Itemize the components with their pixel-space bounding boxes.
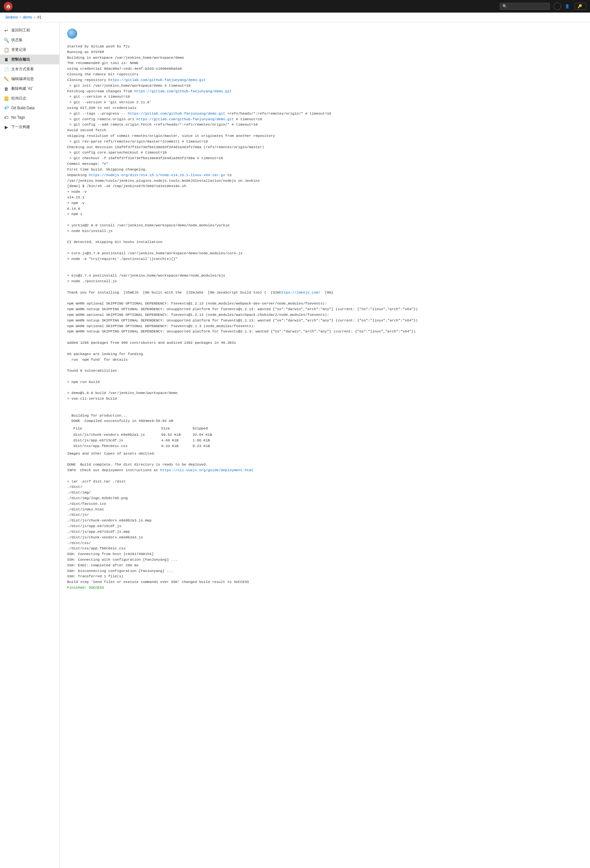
- console-line: Finished: SUCCESS: [67, 585, 583, 590]
- sidebar-item-next-build[interactable]: ▶下一次构建: [0, 122, 59, 132]
- console-line: ./dist/img/logo.82b9c7a5.png: [67, 495, 583, 501]
- console-line: npm WARN optional SKIPPING OPTIONAL DEPE…: [67, 312, 583, 318]
- console-line: The recommended git tool is: NONE: [67, 60, 583, 66]
- console-line: > git --version # timeout=10: [67, 94, 583, 99]
- sidebar-item-edit-build-info[interactable]: ✏️编辑编译信息: [0, 74, 59, 84]
- build-file-table: FileSizeGzippeddist/js/chunk-vendors.e8e…: [74, 426, 583, 449]
- console-line: + npm -v: [67, 200, 583, 206]
- console-line: [67, 245, 583, 251]
- sidebar-label-changes: 变更记录: [11, 47, 26, 52]
- globe-icon: [67, 28, 77, 38]
- file-table-col-header: Gzipped: [193, 426, 224, 431]
- sidebar-item-console[interactable]: 🖥控制台输出: [0, 55, 59, 64]
- sidebar-item-no-tags[interactable]: 🏷No Tags: [0, 113, 59, 122]
- console-line: > git init /var/jenkins_home/workspace/d…: [67, 83, 583, 89]
- file-table-col-header: Size: [161, 426, 193, 431]
- breadcrumb-sep1: ›: [20, 15, 21, 19]
- console-line: npm WARN optional SKIPPING OPTIONAL DEPE…: [67, 301, 583, 306]
- console-line: + npm i: [67, 211, 583, 217]
- console-line: [67, 402, 583, 407]
- login-icon: 🔑: [577, 4, 582, 9]
- sidebar-icon-status: 🔍: [4, 38, 9, 43]
- console-line: [67, 295, 583, 301]
- login-button[interactable]: 🔑: [575, 3, 586, 10]
- console-line: INFO Check out deployment instructions a…: [67, 468, 583, 473]
- console-link[interactable]: https://gitlab.com/github-fanjunyang/dem…: [108, 78, 206, 82]
- file-table-col-header: File: [74, 426, 161, 431]
- console-link[interactable]: https://gitlab.com/github-fanjunyang/dem…: [134, 89, 232, 93]
- console-line: > git rev-parse refs/remotes/origin/mast…: [67, 139, 583, 145]
- console-line: Unpacking https://nodejs.org/dist/v14.15…: [67, 172, 583, 178]
- sidebar-item-status[interactable]: 🔍状态集: [0, 35, 59, 45]
- sidebar-label-delete-build: 删除构建 '#1': [11, 86, 33, 92]
- console-line: using credential 96ac80a7-cedc-4e4f-b2d3…: [67, 66, 583, 72]
- console-line: Building in workspace /var/jenkins_home/…: [67, 55, 583, 61]
- breadcrumb-demo[interactable]: demo: [23, 15, 32, 19]
- sidebar: ↩返回到工程🔍状态集📋变更记录🖥控制台输出📄文本方式查看✏️编辑编译信息🗑删除构…: [0, 22, 60, 868]
- sidebar-item-changes[interactable]: 📋变更记录: [0, 45, 59, 55]
- console-line: [67, 345, 583, 351]
- console-link[interactable]: https://jakejs.com/: [279, 290, 320, 294]
- console-line: Avoid second fetch: [67, 127, 583, 133]
- breadcrumb-sep2: ›: [34, 15, 35, 19]
- console-line: [demo] $ /bin/sh -xe /tmp/jenkins6757889…: [67, 183, 583, 189]
- sidebar-label-back-to-project: 返回到工程: [11, 28, 30, 33]
- console-line: > git config core.sparsecheckout # timeo…: [67, 150, 583, 155]
- sidebar-item-polling-log[interactable]: 📒轮询日志: [0, 93, 59, 103]
- sidebar-item-git-build-data[interactable]: 💎Git Build Data: [0, 103, 59, 113]
- console-line: run `npm fund` for details: [67, 357, 583, 363]
- console-line: [67, 334, 583, 340]
- console-line: > core-js@3.7.0 postinstall /var/jenkins…: [67, 251, 583, 256]
- console-line: SSH: Connecting from host [c92917408154]: [67, 551, 583, 557]
- logo[interactable]: 🏠: [4, 2, 15, 11]
- search-input[interactable]: [509, 4, 540, 9]
- file-table-header: FileSizeGzipped: [74, 426, 583, 431]
- user-menu[interactable]: 👤: [565, 4, 571, 9]
- success-label: Finished: SUCCESS: [67, 586, 104, 589]
- file-table-cell: dist/js/chunk-vendors.e8e0b2a3.js: [74, 432, 161, 438]
- console-line: Cloning repository https://gitlab.com/gi…: [67, 77, 583, 83]
- search-box[interactable]: 🔍: [500, 3, 550, 10]
- console-link[interactable]: https://cli.vuejs.org/guide/deployment.h…: [160, 468, 253, 472]
- console-line: > git config --add remote.origin.fetch +…: [67, 122, 583, 127]
- file-table-row: dist/js/app.e6715cdf.js4.60 KiB1.66 KiB: [74, 438, 583, 443]
- console-line: [67, 373, 583, 379]
- breadcrumb: Jenkins › demo › #1 (function() { const …: [0, 13, 590, 22]
- console-line: ./dist/favicon.ico: [67, 501, 583, 507]
- console-line: + tar -zcrf dist.tar ./dist: [67, 479, 583, 484]
- file-table-cell: dist/js/app.e6715cdf.js: [74, 438, 161, 443]
- console-link[interactable]: https://nodejs.org/dist/v14.15.1/node-v1…: [89, 173, 225, 177]
- console-line: > node -e "try{require('./postinstall')}…: [67, 256, 583, 262]
- console-line: /var/jenkins_home/tools/jenkins.plugins.…: [67, 178, 583, 184]
- sidebar-icon-next-build: ▶: [4, 125, 9, 130]
- console-line: > vue-cli-service build: [67, 396, 583, 402]
- breadcrumb-jenkins[interactable]: Jenkins: [5, 15, 18, 19]
- console-line: > node bin/install.js: [67, 228, 583, 234]
- file-table-row: dist/css/app.fb0c6e1c.css0.33 KiB0.23 Ki…: [74, 443, 583, 449]
- console-line: + npm run build: [67, 379, 583, 385]
- help-button[interactable]: [554, 3, 561, 10]
- sidebar-icon-polling-log: 📒: [4, 96, 9, 101]
- sidebar-item-delete-build[interactable]: 🗑删除构建 '#1': [0, 84, 59, 93]
- sidebar-item-back-to-project[interactable]: ↩返回到工程: [0, 25, 59, 35]
- console-link[interactable]: https://gitlab.com/github-fanjunyang/dem…: [128, 111, 225, 115]
- console-link[interactable]: https://gitlab.com/github-fanjunyang/dem…: [137, 117, 234, 121]
- console-line: > node ./postinstall.js: [67, 279, 583, 284]
- console-line: ./dist/img/: [67, 490, 583, 495]
- console-line: > demo@1.0.0 build /var/jenkins_home/wor…: [67, 390, 583, 396]
- console-line: [67, 284, 583, 290]
- file-table-cell: 0.23 KiB: [193, 443, 224, 449]
- sidebar-label-polling-log: 轮询日志: [11, 96, 26, 101]
- console-line: Started by GitLab push by fjy: [67, 44, 583, 49]
- file-table-cell: 32.04 KiB: [193, 432, 224, 438]
- console-line: [67, 362, 583, 368]
- file-table-cell: 4.60 KiB: [161, 438, 193, 443]
- console-line: skipping resolution of commit remotes/or…: [67, 133, 583, 139]
- sidebar-item-view-as-plain-text[interactable]: 📄文本方式查看: [0, 64, 59, 74]
- console-line: [67, 217, 583, 223]
- console-line: ./dist/css/: [67, 540, 583, 546]
- console-line: [67, 456, 583, 462]
- sidebar-label-view-as-plain-text: 文本方式查看: [11, 66, 34, 72]
- sidebar-icon-changes: 📋: [4, 47, 9, 52]
- console-line: Running as SYSTEM: [67, 49, 583, 55]
